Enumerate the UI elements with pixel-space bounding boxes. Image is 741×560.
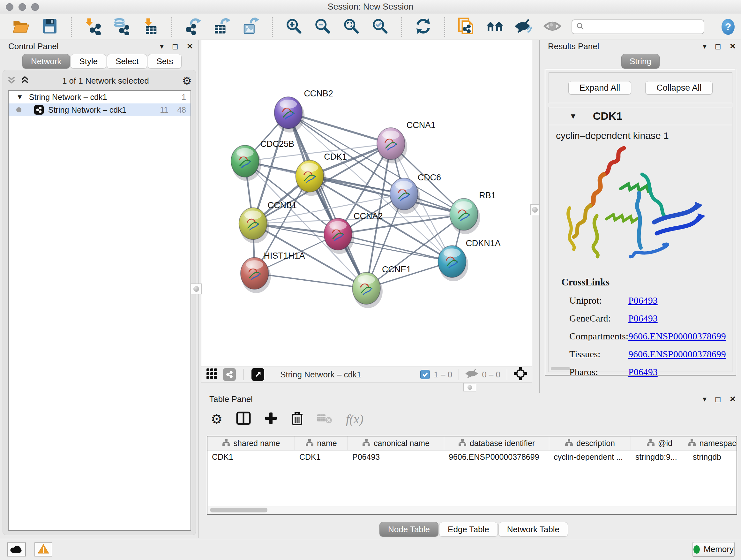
horizontal-splitter[interactable]: [201, 382, 532, 393]
table-cell[interactable]: CDK1: [295, 450, 348, 463]
expand-all-networks-icon[interactable]: [21, 75, 29, 87]
zoom-out-button[interactable]: [313, 17, 332, 37]
show-columns-icon[interactable]: [236, 412, 251, 426]
cloud-status-button[interactable]: [7, 543, 26, 557]
import-network-database-button[interactable]: [112, 17, 131, 37]
panel-menu-icon[interactable]: ▾: [703, 395, 706, 403]
memory-button[interactable]: Memory: [692, 542, 735, 557]
network-row[interactable]: String Network – cdk1 11 48: [9, 104, 191, 116]
import-table-button[interactable]: [141, 17, 160, 37]
tab-edge-table[interactable]: Edge Table: [439, 522, 498, 537]
open-session-button[interactable]: [11, 17, 30, 37]
right-splitter-knob[interactable]: [530, 204, 539, 215]
panel-close-icon[interactable]: ✕: [730, 395, 736, 403]
fit-content-crosshair-icon[interactable]: [514, 367, 528, 383]
tab-string[interactable]: String: [621, 54, 660, 69]
tree-expander-icon[interactable]: ▼: [16, 93, 23, 101]
panel-close-icon[interactable]: ✕: [730, 42, 736, 51]
network-node-RB1[interactable]: [450, 199, 480, 234]
import-network-from-file-button[interactable]: [457, 17, 476, 37]
table-hscrollbar-thumb[interactable]: [210, 508, 267, 512]
column-header-description[interactable]: description: [549, 436, 631, 450]
column-header-shared-name[interactable]: shared name: [207, 436, 295, 450]
tab-sets[interactable]: Sets: [148, 54, 182, 69]
table-cell[interactable]: P06493: [348, 450, 444, 463]
collapse-all-button[interactable]: Collapse All: [645, 81, 713, 95]
tab-network-table[interactable]: Network Table: [498, 522, 568, 537]
delete-column-trash-icon[interactable]: [291, 411, 303, 427]
export-table-button[interactable]: [212, 17, 232, 37]
tab-select[interactable]: Select: [107, 54, 147, 69]
table-data-row[interactable]: CDK1CDK1P064939606.ENSP00000378699cyclin…: [207, 450, 737, 463]
show-all-button[interactable]: [543, 17, 562, 37]
bottom-splitter-knob[interactable]: [463, 383, 476, 391]
export-network-button[interactable]: [184, 17, 203, 37]
crosslink-uniprot-link[interactable]: P06493: [628, 295, 658, 306]
save-session-button[interactable]: [40, 17, 59, 37]
network-node-CDKN1A[interactable]: [438, 246, 468, 281]
table-cell[interactable]: stringdb:9...: [631, 450, 688, 463]
column-header-database-identifier[interactable]: database identifier: [444, 436, 549, 450]
panel-menu-icon[interactable]: ▾: [703, 42, 706, 51]
window-zoom-button[interactable]: [31, 3, 39, 11]
table-cell[interactable]: cyclin-dependent ...: [549, 450, 631, 463]
column-header-name[interactable]: name: [295, 436, 348, 450]
network-canvas[interactable]: CCNB2CCNA1CDC25BCDK1CDC6RB1CCNB1CCNA2CDK…: [201, 40, 532, 367]
network-node-CDK1[interactable]: [295, 160, 326, 196]
birdseye-view-icon[interactable]: [252, 368, 264, 381]
network-edge[interactable]: [255, 273, 366, 288]
card-scrollbar-thumb[interactable]: [551, 367, 570, 370]
network-edge[interactable]: [288, 113, 366, 288]
column-header-canonical-name[interactable]: canonical name: [348, 436, 444, 450]
crosslink-compartments-link[interactable]: 9606.ENSP00000378699: [628, 331, 726, 341]
panel-float-icon[interactable]: ◻: [172, 42, 179, 51]
crosslink-tissues-link[interactable]: 9606.ENSP00000378699: [628, 349, 726, 360]
network-node-HIST1H1A[interactable]: [241, 257, 271, 293]
tab-network[interactable]: Network: [22, 54, 70, 69]
network-collection-row[interactable]: ▼ String Network – cdk1 1: [9, 91, 191, 104]
hide-selected-button[interactable]: [514, 17, 533, 37]
window-minimize-button[interactable]: [18, 3, 26, 11]
network-node-CDC25B[interactable]: [231, 145, 261, 181]
home-networks-button[interactable]: [485, 17, 504, 37]
search-box[interactable]: [571, 19, 704, 34]
network-node-CDC6[interactable]: [390, 178, 420, 214]
panel-float-icon[interactable]: ◻: [715, 42, 721, 51]
column-header-namespace[interactable]: namespace: [688, 436, 737, 450]
export-image-button[interactable]: [241, 17, 260, 37]
table-cell[interactable]: CDK1: [207, 450, 295, 463]
expand-all-button[interactable]: Expand All: [568, 81, 631, 95]
network-node-CCNB2[interactable]: [274, 97, 305, 132]
crosslink-pharos-link[interactable]: P06493: [628, 367, 658, 377]
left-splitter-knob[interactable]: [191, 284, 202, 294]
add-column-plus-icon[interactable]: [264, 412, 278, 426]
crosslink-genecard-link[interactable]: P06493: [628, 313, 658, 324]
panel-float-icon[interactable]: ◻: [715, 395, 721, 403]
tab-style[interactable]: Style: [71, 54, 106, 69]
network-node-CCNE1[interactable]: [352, 272, 383, 308]
help-button[interactable]: ?: [722, 19, 735, 35]
gene-card-expander-icon[interactable]: ▼: [569, 112, 577, 121]
table-hscrollbar[interactable]: [208, 506, 736, 514]
selected-checkbox-icon[interactable]: [420, 370, 430, 379]
zoom-fit-button[interactable]: [342, 17, 361, 37]
tab-node-table[interactable]: Node Table: [380, 522, 439, 537]
zoom-selected-button[interactable]: [370, 17, 390, 37]
collapse-all-networks-icon[interactable]: [7, 75, 16, 87]
zoom-in-button[interactable]: [284, 17, 304, 37]
window-close-button[interactable]: [6, 3, 13, 11]
network-view-mode-icon[interactable]: [223, 368, 236, 381]
panel-close-icon[interactable]: ✕: [187, 42, 193, 51]
network-node-CCNA1[interactable]: [377, 128, 407, 164]
column-header-@id[interactable]: @id: [631, 436, 688, 450]
network-options-gear-icon[interactable]: ⚙: [182, 74, 192, 87]
table-cell[interactable]: 9606.ENSP00000378699: [444, 450, 549, 463]
import-network-file-button[interactable]: [83, 17, 103, 37]
grid-view-icon[interactable]: [206, 368, 218, 381]
warning-status-button[interactable]: [35, 543, 52, 557]
table-cell[interactable]: stringdb: [688, 450, 737, 463]
panel-menu-icon[interactable]: ▾: [160, 42, 164, 51]
search-input[interactable]: [587, 22, 700, 32]
refresh-view-button[interactable]: [414, 17, 433, 37]
table-settings-gear-icon[interactable]: ⚙: [211, 411, 223, 427]
